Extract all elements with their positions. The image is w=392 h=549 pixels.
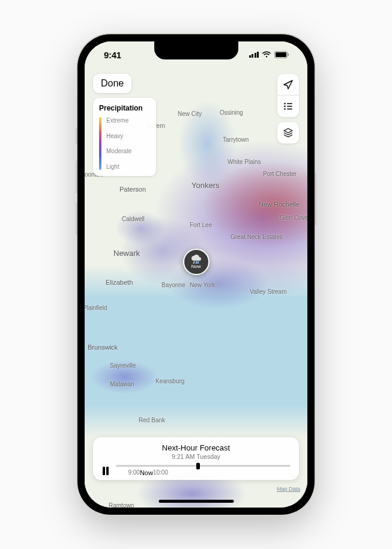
wifi-icon [262, 51, 271, 58]
city-label: New York [190, 282, 215, 288]
battery-icon [274, 51, 289, 58]
cloud-icon [191, 255, 202, 261]
timeline-start: 9:00 [128, 469, 139, 476]
legend-level: Moderate [106, 148, 131, 154]
timeline-labels: 9:00 Now 10:00 [116, 469, 291, 476]
marker-label: Now [191, 264, 201, 269]
volume-down-button [76, 202, 77, 235]
map-controls [277, 74, 299, 144]
city-label: Paterson [119, 186, 146, 193]
city-label: Brunswick [88, 344, 118, 351]
svg-point-3 [284, 103, 286, 105]
map-control-group [277, 74, 299, 117]
done-button[interactable]: Done [93, 74, 131, 93]
city-label: Yonkers [191, 181, 220, 190]
city-label: Red Bank [139, 417, 165, 423]
svg-rect-1 [276, 52, 286, 57]
svg-rect-7 [287, 106, 292, 107]
svg-point-5 [284, 108, 286, 110]
slider-thumb[interactable] [196, 463, 200, 469]
list-icon [283, 101, 294, 112]
current-location-marker[interactable]: Now [183, 249, 210, 275]
timeline-now: Now [140, 469, 153, 476]
timeline-slider[interactable] [116, 465, 291, 467]
svg-rect-2 [288, 53, 289, 56]
legend-level: Heavy [106, 133, 131, 139]
silence-switch [76, 127, 77, 144]
locate-button[interactable] [277, 74, 299, 96]
city-label: Ramtown [109, 502, 134, 508]
legend-title: Precipitation [99, 104, 150, 112]
volume-up-button [76, 160, 77, 193]
status-indicators [249, 51, 290, 58]
phone-frame: 9:41 New City Ossining Suffern Tarrytown [77, 34, 315, 515]
notch [154, 41, 238, 59]
svg-point-4 [284, 106, 286, 108]
city-label: White Plains [228, 159, 261, 165]
city-label: New City [178, 111, 202, 117]
city-label: Port Chester [263, 171, 297, 177]
cellular-icon [249, 52, 259, 58]
map-data-link[interactable]: Map Data [277, 486, 300, 492]
city-label: Ossining [220, 109, 243, 116]
status-time: 9:41 [104, 50, 121, 60]
timeline-end: 10:00 [153, 469, 168, 476]
svg-rect-8 [287, 109, 292, 110]
screen: 9:41 New City Ossining Suffern Tarrytown [85, 41, 307, 508]
legend-level: Light [106, 163, 131, 170]
timeline-title: Next-Hour Forecast [101, 443, 291, 452]
legend-gradient [99, 117, 101, 170]
city-label: Sayreville [110, 362, 136, 369]
pause-icon [103, 467, 105, 475]
timeline-subtitle: 9:21 AM Tuesday [101, 453, 291, 460]
city-label: Newark [113, 249, 140, 258]
city-label: New Rochelle [259, 201, 300, 208]
precipitation-legend: Precipitation Extreme Heavy Moderate Lig… [93, 98, 156, 176]
layers-button[interactable] [277, 122, 299, 144]
location-arrow-icon [283, 79, 294, 90]
city-label: Bayonne [161, 282, 185, 288]
city-label: Great Neck Estates [231, 234, 283, 240]
city-label: Elizabeth [106, 279, 133, 286]
power-button [315, 172, 316, 225]
home-indicator[interactable] [158, 500, 234, 503]
pause-icon [106, 467, 109, 475]
city-label: Valley Stream [250, 288, 287, 295]
city-label: Plainfield [85, 305, 107, 311]
svg-rect-6 [287, 103, 292, 105]
timeline-card: Next-Hour Forecast 9:21 AM Tuesday 9:00 … [93, 437, 299, 480]
city-label: Keansburg [155, 378, 184, 384]
city-label: Matawan [110, 381, 134, 387]
city-label: Glen Cove [280, 214, 307, 221]
city-label: Caldwell [122, 216, 145, 222]
legend-labels: Extreme Heavy Moderate Light [106, 117, 131, 170]
pause-button[interactable] [101, 467, 109, 475]
layers-icon [283, 127, 294, 138]
list-button[interactable] [277, 96, 299, 117]
legend-level: Extreme [106, 117, 131, 124]
city-label: Fort Lee [190, 222, 212, 228]
city-label: Tarrytown [223, 136, 249, 143]
